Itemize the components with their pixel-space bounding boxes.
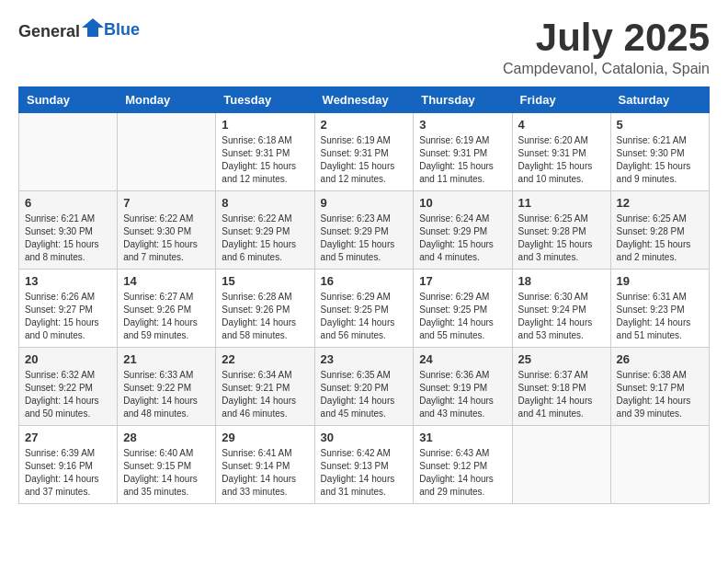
day-info: Sunrise: 6:34 AM Sunset: 9:21 PM Dayligh… [222, 369, 308, 420]
day-info: Sunrise: 6:30 AM Sunset: 9:24 PM Dayligh… [518, 291, 605, 342]
day-info: Sunrise: 6:20 AM Sunset: 9:31 PM Dayligh… [518, 134, 605, 186]
day-number: 16 [321, 274, 408, 288]
day-info: Sunrise: 6:21 AM Sunset: 9:30 PM Dayligh… [25, 213, 111, 264]
day-info: Sunrise: 6:38 AM Sunset: 9:17 PM Dayligh… [617, 369, 703, 420]
calendar-day-cell: 12Sunrise: 6:25 AM Sunset: 9:28 PM Dayli… [610, 191, 709, 270]
calendar-week-row: 1Sunrise: 6:18 AM Sunset: 9:31 PM Daylig… [19, 113, 710, 191]
day-info: Sunrise: 6:32 AM Sunset: 9:22 PM Dayligh… [25, 369, 111, 420]
day-number: 25 [518, 352, 605, 366]
calendar-day-cell: 10Sunrise: 6:24 AM Sunset: 9:29 PM Dayli… [414, 191, 512, 270]
day-info: Sunrise: 6:28 AM Sunset: 9:26 PM Dayligh… [222, 291, 308, 342]
day-info: Sunrise: 6:36 AM Sunset: 9:19 PM Dayligh… [419, 369, 506, 420]
day-number: 31 [419, 431, 506, 444]
day-info: Sunrise: 6:41 AM Sunset: 9:14 PM Dayligh… [222, 447, 308, 499]
calendar-day-cell: 7Sunrise: 6:22 AM Sunset: 9:30 PM Daylig… [118, 191, 216, 270]
calendar-day-cell: 26Sunrise: 6:38 AM Sunset: 9:17 PM Dayli… [610, 348, 709, 426]
weekday-header-thursday: Thursday [414, 87, 512, 113]
calendar-day-cell: 17Sunrise: 6:29 AM Sunset: 9:25 PM Dayli… [414, 270, 512, 348]
day-number: 6 [25, 196, 111, 210]
day-number: 14 [123, 274, 210, 288]
day-number: 24 [419, 352, 506, 366]
day-number: 30 [321, 431, 408, 444]
day-number: 22 [222, 352, 308, 366]
day-info: Sunrise: 6:42 AM Sunset: 9:13 PM Dayligh… [321, 447, 408, 499]
day-info: Sunrise: 6:35 AM Sunset: 9:20 PM Dayligh… [321, 369, 408, 420]
day-number: 20 [25, 352, 111, 366]
calendar-day-cell: 9Sunrise: 6:23 AM Sunset: 9:29 PM Daylig… [314, 191, 414, 270]
weekday-header-wednesday: Wednesday [314, 87, 414, 113]
calendar-day-cell: 2Sunrise: 6:19 AM Sunset: 9:31 PM Daylig… [314, 113, 414, 191]
calendar-day-cell: 18Sunrise: 6:30 AM Sunset: 9:24 PM Dayli… [512, 270, 610, 348]
calendar-day-cell [118, 113, 216, 191]
calendar-day-cell [19, 113, 118, 191]
calendar-day-cell: 3Sunrise: 6:19 AM Sunset: 9:31 PM Daylig… [414, 113, 512, 191]
calendar-day-cell [512, 426, 610, 504]
calendar-day-cell: 30Sunrise: 6:42 AM Sunset: 9:13 PM Dayli… [314, 426, 414, 504]
calendar-day-cell: 28Sunrise: 6:40 AM Sunset: 9:15 PM Dayli… [118, 426, 216, 504]
day-info: Sunrise: 6:22 AM Sunset: 9:30 PM Dayligh… [123, 213, 210, 264]
day-number: 29 [222, 431, 308, 444]
day-number: 15 [222, 274, 308, 288]
day-number: 2 [321, 118, 408, 132]
day-number: 12 [617, 196, 703, 210]
day-number: 11 [518, 196, 605, 210]
location-title: Campdevanol, Catalonia, Spain [503, 61, 710, 77]
calendar-day-cell: 19Sunrise: 6:31 AM Sunset: 9:23 PM Dayli… [610, 270, 709, 348]
calendar-day-cell: 31Sunrise: 6:43 AM Sunset: 9:12 PM Dayli… [414, 426, 512, 504]
calendar-day-cell: 5Sunrise: 6:21 AM Sunset: 9:30 PM Daylig… [610, 113, 709, 191]
day-info: Sunrise: 6:39 AM Sunset: 9:16 PM Dayligh… [25, 447, 111, 499]
calendar-day-cell: 21Sunrise: 6:33 AM Sunset: 9:22 PM Dayli… [118, 348, 216, 426]
logo-general: General [18, 22, 80, 40]
weekday-header-tuesday: Tuesday [216, 87, 314, 113]
day-number: 27 [25, 431, 111, 444]
calendar-day-cell: 25Sunrise: 6:37 AM Sunset: 9:18 PM Dayli… [512, 348, 610, 426]
day-info: Sunrise: 6:19 AM Sunset: 9:31 PM Dayligh… [419, 134, 506, 186]
calendar-day-cell: 20Sunrise: 6:32 AM Sunset: 9:22 PM Dayli… [19, 348, 118, 426]
page-header: General Blue July 2025 Campdevanol, Cata… [18, 18, 710, 77]
calendar-day-cell: 23Sunrise: 6:35 AM Sunset: 9:20 PM Dayli… [314, 348, 414, 426]
weekday-header-monday: Monday [118, 87, 216, 113]
day-number: 5 [617, 118, 703, 132]
calendar-week-row: 13Sunrise: 6:26 AM Sunset: 9:27 PM Dayli… [19, 270, 710, 348]
day-info: Sunrise: 6:37 AM Sunset: 9:18 PM Dayligh… [518, 369, 605, 420]
svg-marker-0 [82, 18, 104, 37]
calendar-day-cell: 24Sunrise: 6:36 AM Sunset: 9:19 PM Dayli… [414, 348, 512, 426]
day-number: 19 [617, 274, 703, 288]
day-number: 18 [518, 274, 605, 288]
calendar-day-cell: 1Sunrise: 6:18 AM Sunset: 9:31 PM Daylig… [216, 113, 314, 191]
logo-icon [82, 18, 104, 37]
day-info: Sunrise: 6:31 AM Sunset: 9:23 PM Dayligh… [617, 291, 703, 342]
calendar-day-cell: 27Sunrise: 6:39 AM Sunset: 9:16 PM Dayli… [19, 426, 118, 504]
calendar-week-row: 27Sunrise: 6:39 AM Sunset: 9:16 PM Dayli… [19, 426, 710, 504]
calendar-day-cell: 11Sunrise: 6:25 AM Sunset: 9:28 PM Dayli… [512, 191, 610, 270]
day-info: Sunrise: 6:18 AM Sunset: 9:31 PM Dayligh… [222, 134, 308, 186]
day-info: Sunrise: 6:22 AM Sunset: 9:29 PM Dayligh… [222, 213, 308, 264]
day-info: Sunrise: 6:24 AM Sunset: 9:29 PM Dayligh… [419, 213, 506, 264]
calendar-header-row: SundayMondayTuesdayWednesdayThursdayFrid… [19, 87, 710, 113]
day-number: 26 [617, 352, 703, 366]
calendar-day-cell: 14Sunrise: 6:27 AM Sunset: 9:26 PM Dayli… [118, 270, 216, 348]
calendar-day-cell: 8Sunrise: 6:22 AM Sunset: 9:29 PM Daylig… [216, 191, 314, 270]
day-info: Sunrise: 6:29 AM Sunset: 9:25 PM Dayligh… [321, 291, 408, 342]
calendar-week-row: 20Sunrise: 6:32 AM Sunset: 9:22 PM Dayli… [19, 348, 710, 426]
calendar-day-cell: 13Sunrise: 6:26 AM Sunset: 9:27 PM Dayli… [19, 270, 118, 348]
day-info: Sunrise: 6:26 AM Sunset: 9:27 PM Dayligh… [25, 291, 111, 342]
logo-blue: Blue [104, 20, 140, 39]
title-area: July 2025 Campdevanol, Catalonia, Spain [503, 18, 710, 77]
day-number: 7 [123, 196, 210, 210]
day-info: Sunrise: 6:25 AM Sunset: 9:28 PM Dayligh… [617, 213, 703, 264]
calendar-day-cell: 4Sunrise: 6:20 AM Sunset: 9:31 PM Daylig… [512, 113, 610, 191]
weekday-header-sunday: Sunday [19, 87, 118, 113]
calendar-day-cell: 22Sunrise: 6:34 AM Sunset: 9:21 PM Dayli… [216, 348, 314, 426]
calendar-week-row: 6Sunrise: 6:21 AM Sunset: 9:30 PM Daylig… [19, 191, 710, 270]
weekday-header-friday: Friday [512, 87, 610, 113]
calendar-day-cell: 6Sunrise: 6:21 AM Sunset: 9:30 PM Daylig… [19, 191, 118, 270]
day-number: 9 [321, 196, 408, 210]
day-number: 17 [419, 274, 506, 288]
day-info: Sunrise: 6:27 AM Sunset: 9:26 PM Dayligh… [123, 291, 210, 342]
calendar-table: SundayMondayTuesdayWednesdayThursdayFrid… [18, 86, 710, 504]
logo: General Blue [18, 18, 140, 41]
calendar-day-cell: 15Sunrise: 6:28 AM Sunset: 9:26 PM Dayli… [216, 270, 314, 348]
day-number: 3 [419, 118, 506, 132]
day-info: Sunrise: 6:25 AM Sunset: 9:28 PM Dayligh… [518, 213, 605, 264]
